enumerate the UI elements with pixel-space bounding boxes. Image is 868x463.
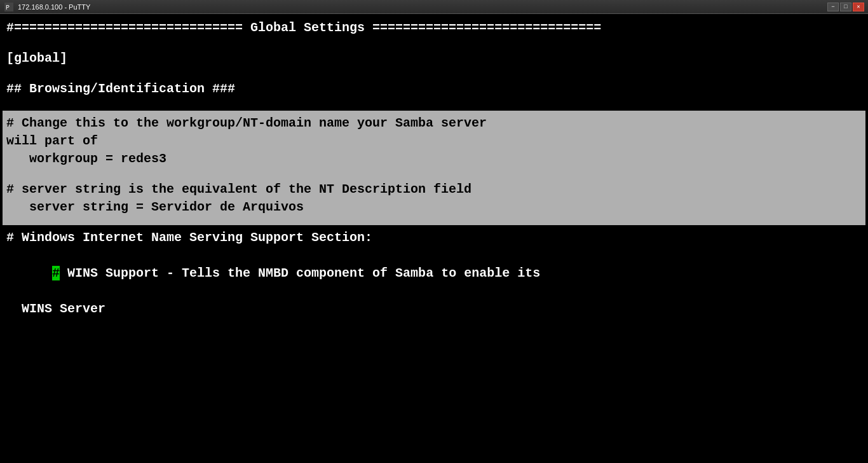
wins-section: # Windows Internet Name Serving Support … [3, 225, 865, 247]
restore-button[interactable]: □ [840, 3, 851, 11]
wins-server-line: WINS Server [6, 300, 862, 318]
wins-comment-text: WINS Support - Tells the NMBD component … [60, 266, 540, 280]
terminal[interactable]: #============================== Global S… [0, 14, 868, 463]
wins-comment-line: # WINS Support - Tells the NMBD componen… [6, 247, 862, 300]
spacer-4 [3, 168, 865, 181]
browsing-section: ## Browsing/Identification ### [3, 80, 865, 98]
title-bar-buttons: − □ ✕ [827, 3, 864, 11]
wins-hash-highlight: # [52, 266, 60, 280]
global-section: [global] [3, 50, 865, 67]
svg-text:P: P [6, 4, 10, 11]
wins-section-header: # Windows Internet Name Serving Support … [6, 229, 862, 247]
wins-line2: # WINS Support - Tells the NMBD componen… [3, 247, 865, 318]
comment-line-1: # Change this to the workgroup/NT-domain… [6, 114, 862, 132]
spacer-2 [3, 67, 865, 80]
comment-line-2: will part of [6, 132, 862, 150]
spacer-5 [3, 220, 865, 225]
highlighted-section: # Change this to the workgroup/NT-domain… [3, 111, 865, 225]
server-string-comment: # server string is the equivalent of the… [6, 181, 862, 198]
global-label: [global] [6, 50, 862, 67]
window-title: 172.168.0.100 - PuTTY [18, 3, 90, 11]
title-bar-left: P 172.168.0.100 - PuTTY [4, 2, 90, 12]
global-settings-header: #============================== Global S… [6, 19, 862, 37]
title-bar: P 172.168.0.100 - PuTTY − □ ✕ [0, 0, 868, 14]
minimize-button[interactable]: − [827, 3, 839, 11]
spacer-3 [3, 98, 865, 111]
header-section: #============================== Global S… [3, 19, 865, 37]
spacer-1 [3, 37, 865, 50]
server-string-value: server string = Servidor de Arquivos [6, 198, 862, 216]
browsing-header: ## Browsing/Identification ### [6, 80, 862, 98]
workgroup-line: workgroup = redes3 [6, 150, 862, 168]
putty-icon: P [4, 2, 14, 12]
close-button[interactable]: ✕ [853, 3, 864, 11]
